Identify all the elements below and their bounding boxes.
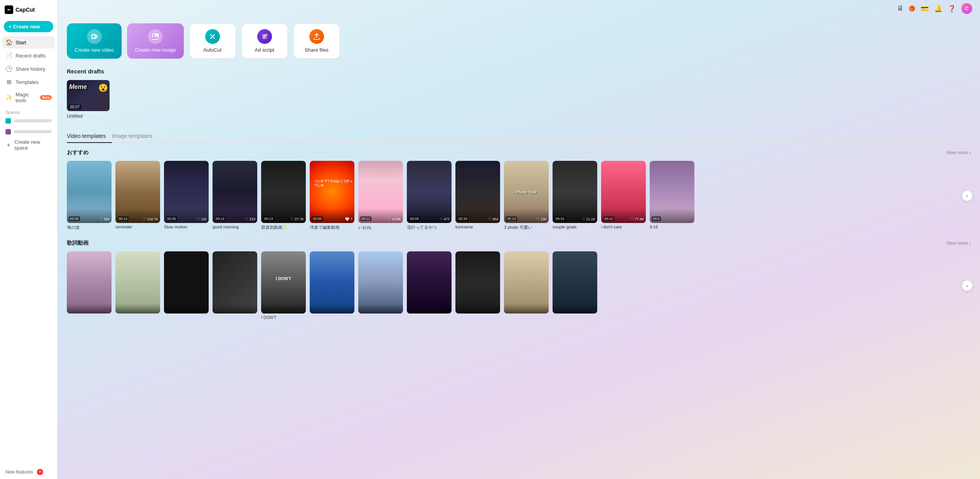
template-card-s3[interactable] [164, 251, 209, 320]
template-overlay-s5 [261, 304, 306, 314]
template-card-s11[interactable] [553, 251, 597, 320]
template-thumb-s11 [553, 251, 597, 314]
template-name-t5: 群迷気動画✨ [261, 225, 306, 230]
spaces-list [0, 116, 57, 136]
template-duration-t13: 00:0 [652, 216, 661, 221]
share-files-card[interactable]: Share files [293, 23, 340, 59]
template-card-s1[interactable] [67, 251, 112, 320]
sidebar-item-share-history[interactable]: 🕐 Share history [2, 63, 55, 75]
wallet-icon[interactable]: 💳 [921, 5, 929, 13]
template-thumb-t9: 00:33♡ 354 [455, 161, 500, 223]
template-card-s7[interactable] [358, 251, 403, 320]
template-card-t10[interactable]: Photo Your00:13♡ 13K3 photo 可愛い [504, 161, 549, 230]
template-thumb-t1: 00:06♡ 394 [67, 161, 112, 223]
template-card-s6[interactable] [310, 251, 354, 320]
bell-icon[interactable]: 🔔 [934, 5, 942, 13]
template-name-t8: 流行ってるやつ [407, 225, 452, 230]
template-card-t13[interactable]: 00:09:16 [650, 161, 694, 230]
template-likes-t1: ♡ 394 [99, 217, 110, 221]
osusume-view-more[interactable]: View more › [946, 150, 971, 155]
template-card-t3[interactable]: 00:20♡ 192Slow motion [164, 161, 209, 230]
draft-card-1[interactable]: Meme 😮 00:07 Untitled [67, 80, 110, 119]
help-icon[interactable]: ❓ [948, 5, 956, 13]
gift-icon[interactable]: 🎁 [909, 5, 915, 12]
template-overlay-s8 [407, 304, 452, 314]
draft-emoji: 😮 [98, 83, 108, 92]
template-thumb-t8: 00:09♡ 477 [407, 161, 452, 223]
sidebar-item-magic-tools[interactable]: ✨ Magic tools Beta [2, 89, 55, 106]
template-card-s10[interactable] [504, 251, 549, 320]
new-features-item[interactable]: New features ? [0, 465, 57, 479]
template-overlay-t10: 00:13♡ 13K [504, 209, 549, 223]
ad-script-card[interactable]: A Ad script [241, 23, 288, 59]
monitor-icon[interactable]: 🖥 [897, 5, 903, 12]
draft-duration-1: 00:07 [68, 105, 81, 110]
tab-image-templates[interactable]: Image templates [112, 130, 159, 143]
template-duration-t4: 00:13 [214, 216, 226, 221]
osusume-template-row: 00:06♡ 394海の波00:14♡ 218.7Kreminder00:20♡… [67, 161, 971, 230]
sidebar-label-templates: Templates [16, 79, 38, 85]
template-card-s9[interactable] [455, 251, 500, 320]
draft-name-1: Untitled [67, 113, 110, 119]
create-new-button[interactable]: + Create new [4, 21, 53, 32]
sidebar-item-templates[interactable]: ⊞ Templates [2, 76, 55, 88]
template-thumb-t11: 00:31♡ 11.1K [553, 161, 597, 223]
template-thumb-s1 [67, 251, 112, 314]
user-avatar[interactable]: C [961, 3, 972, 14]
lyric-view-more[interactable]: View more › [946, 240, 971, 246]
lyric-scroll-right[interactable]: › [962, 280, 973, 291]
sidebar-item-recent-drafts[interactable]: 📄 Recent drafts [2, 49, 55, 62]
recent-drafts-title: Recent drafts [67, 68, 971, 75]
osusume-scroll-right[interactable]: › [962, 190, 973, 201]
template-card-t6[interactable]: バンチプフラのは こう打ってしね00:06🤍 7洋楽で編集動画 [310, 161, 354, 230]
template-card-t12[interactable]: 00:12♡ 77.4Ki don't care [601, 161, 646, 230]
space-item-2[interactable] [2, 127, 55, 136]
template-card-s5[interactable]: I DON'TI DON'T [261, 251, 306, 320]
template-overlay-t12: 00:12♡ 77.4K [601, 209, 646, 223]
lyric-label: 歌詞動画 [67, 240, 89, 247]
sidebar-label-share-history: Share history [16, 66, 45, 72]
template-card-t8[interactable]: 00:09♡ 477流行ってるやつ [407, 161, 452, 230]
autocut-card[interactable]: AutoCut [189, 23, 236, 59]
template-card-t5[interactable]: 00:13♡ 27.7K群迷気動画✨ [261, 161, 306, 230]
osusume-header: おすすめ View more › [67, 149, 971, 156]
space-item-1[interactable] [2, 116, 55, 125]
space-label-bar-1 [14, 119, 52, 122]
template-card-s2[interactable] [115, 251, 160, 320]
template-duration-t11: 00:31 [555, 216, 566, 221]
template-duration-t8: 00:09 [409, 216, 420, 221]
sidebar-item-start[interactable]: 🏠 Start [2, 36, 55, 49]
create-new-space-button[interactable]: ＋ Create new space [0, 136, 57, 153]
create-image-card[interactable]: Create new image [127, 23, 184, 59]
template-name-t1: 海の波 [67, 225, 112, 230]
create-image-label: Create new image [135, 47, 176, 53]
share-files-icon [309, 29, 324, 44]
create-video-card[interactable]: Create new video [67, 23, 122, 59]
template-card-t9[interactable]: 00:33♡ 354koresene [455, 161, 500, 230]
template-thumb-t5: 00:13♡ 27.7K [261, 161, 306, 223]
lyric-section: 歌詞動画 View more › I DON'TI DON'T › [67, 240, 971, 320]
template-thumb-t3: 00:20♡ 192 [164, 161, 209, 223]
template-overlay-t3: 00:20♡ 192 [164, 209, 209, 223]
logo-text: CapCut [16, 7, 35, 13]
template-card-s8[interactable] [407, 251, 452, 320]
template-card-t4[interactable]: 00:13♡ 323good morning [213, 161, 257, 230]
template-likes-t4: ♡ 323 [245, 217, 255, 221]
template-card-t7[interactable]: 00:12♡ 14.8Kいおね [358, 161, 403, 230]
template-duration-t6: 00:06 [312, 216, 323, 221]
logo[interactable]: ✂ CapCut [0, 0, 57, 19]
template-overlay-t6: 00:06🤍 7 [310, 209, 354, 223]
share-files-label: Share files [305, 47, 328, 53]
template-card-s4[interactable] [213, 251, 257, 320]
new-features-label: New features [5, 469, 33, 475]
template-overlay-s9 [455, 304, 500, 314]
template-thumb-s5: I DON'T [261, 251, 306, 314]
ad-script-label: Ad script [255, 47, 274, 53]
template-card-t1[interactable]: 00:06♡ 394海の波 [67, 161, 112, 230]
template-card-t11[interactable]: 00:31♡ 11.1Kcouple goals [553, 161, 597, 230]
template-duration-t2: 00:14 [117, 216, 129, 221]
home-icon: 🏠 [5, 39, 12, 46]
tab-video-templates[interactable]: Video templates [67, 130, 112, 143]
template-overlay-t11: 00:31♡ 11.1K [553, 209, 597, 223]
template-card-t2[interactable]: 00:14♡ 218.7Kreminder [115, 161, 160, 230]
